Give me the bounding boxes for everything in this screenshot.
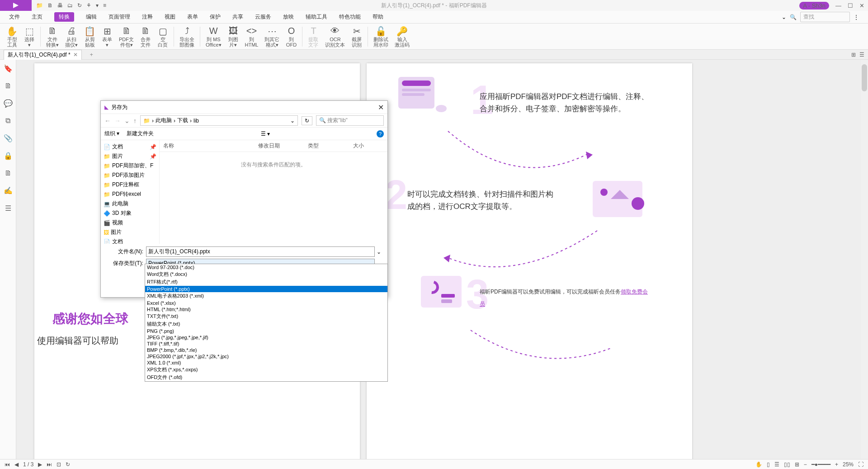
tab-close-icon[interactable]: ✕ [73,52,78,58]
zoom-value[interactable]: 25% [843,461,854,468]
qat-prop-icon[interactable]: 🗂 [67,2,73,9]
scrollbar-thumb[interactable] [862,64,867,91]
dropdown-option[interactable]: Word文档 (*.docx) [145,270,387,278]
dialog-close-icon[interactable]: ✕ [378,103,384,112]
dropdown-option[interactable]: XPS文档 (*.xps,*.oxps) [145,366,387,374]
zoom-in-icon[interactable]: + [835,461,838,468]
tree-item[interactable]: 📄文档📌 [101,142,159,152]
ribbon-button[interactable]: 🗎PDF文 件包▾ [116,25,137,48]
ribbon-button[interactable]: ⬚选择 ▾ [21,25,38,48]
ribbon-button[interactable]: 🗎文件 转换▾ [43,25,61,48]
menu-collapse-icon[interactable]: ⌄ [782,14,786,20]
crumb-lib[interactable]: lib [193,118,199,124]
file-list[interactable]: 名称 修改日期 类型 大小 没有与搜索条件匹配的项。 [160,140,387,244]
new-tab-icon[interactable]: + [90,52,93,58]
nav-back-icon[interactable]: ← [104,117,111,124]
user-badge[interactable]: A - Sh3n [799,2,829,9]
dropdown-option[interactable]: Excel (*.xlsx) [145,300,387,306]
maximize-icon[interactable]: ☐ [848,2,853,9]
qat-more-icon[interactable]: ▾ [96,2,99,9]
view-mode-button[interactable]: ☰ ▾ [261,131,270,137]
ribbon-button[interactable]: ⤴导出全 部图像 [177,25,197,48]
view-cont-icon[interactable]: ☰ [774,461,779,468]
dropdown-option[interactable]: BMP (*.bmp,*.dib,*.rle) [145,347,387,353]
qat-save-icon[interactable]: 🗎 [47,2,53,9]
sidebar-icon[interactable]: 💬 [4,99,13,108]
zoom-slider[interactable]: ━●━━━━ [811,461,830,468]
tree-item[interactable]: 📄文档 [101,237,159,244]
ribbon-button[interactable]: 🖨从扫 描仪▾ [62,25,80,48]
sidebar-icon[interactable]: ☰ [5,204,11,213]
menu-pages[interactable]: 页面管理 [108,13,130,21]
ribbon-button[interactable]: ▢空 白页 [155,25,171,48]
folder-search-input[interactable]: 🔍 搜索"lib" [316,115,384,126]
rotate-icon[interactable]: ↻ [66,461,70,468]
tree-item[interactable]: 📁PDF添加图片 [101,171,159,180]
help-icon[interactable]: ? [377,130,384,137]
menu-comment[interactable]: 注释 [142,13,153,21]
dropdown-option[interactable]: XML 1.0 (*.xml) [145,360,387,366]
dropdown-option[interactable]: JPEG2000 (*.jpf,*.jpx,*.jp2,*.j2k,*.jpc) [145,353,387,360]
ribbon-button[interactable]: 🖼到图 片▾ [225,25,241,48]
nav-up-icon[interactable]: ↑ [133,117,137,124]
sidebar-icon[interactable]: ⧉ [5,117,10,125]
nav-fwd-icon[interactable]: → [114,117,121,124]
organize-button[interactable]: 组织 ▾ [104,130,119,137]
tree-item[interactable]: 📁PDF转excel [101,189,159,199]
dropdown-option[interactable]: 辅助文本 (*.txt) [145,320,387,328]
ribbon-button[interactable]: ✋手型 工具 [4,25,20,48]
crumb-pc[interactable]: 此电脑 [156,117,172,124]
dropdown-option[interactable]: XML电子表格2003 (*.xml) [145,292,387,300]
refresh-button[interactable]: ↻ [302,116,312,125]
vertical-scrollbar[interactable] [861,60,868,459]
ribbon-button[interactable]: 🗎合并 文件 [137,25,154,48]
ribbon-button[interactable]: ✂截屏 识别 [349,25,365,48]
dropdown-option[interactable]: OFD文件 (*.ofd) [145,374,387,381]
col-name[interactable]: 名称 [163,142,258,150]
col-type[interactable]: 类型 [308,142,353,150]
ribbon-button[interactable]: ⋯到其它 格式▾ [262,25,282,48]
sidebar-icon[interactable]: 🗎 [5,169,12,177]
tree-item[interactable]: 📁PDF局部加密、F [101,161,159,171]
menu-help[interactable]: 帮助 [373,13,383,21]
dropdown-option[interactable]: PNG (*.png) [145,328,387,334]
page-indicator[interactable]: 1 / 3 [23,461,33,468]
qat-undo-icon[interactable]: ↻ [77,2,82,9]
first-page-icon[interactable]: ⏮ [5,461,10,468]
close-icon[interactable]: ✕ [859,2,864,9]
tree-item[interactable]: 📁PDF注释框 [101,180,159,189]
sidebar-icon[interactable]: 📎 [4,134,13,142]
dropdown-option[interactable]: HTML (*.htm;*.html) [145,306,387,313]
next-page-icon[interactable]: ▶ [38,461,42,468]
tree-item[interactable]: 💻此电脑 [101,199,159,208]
tree-item[interactable]: 📁图片📌 [101,152,159,161]
dropdown-option[interactable]: TIFF (*.tiff,*.tif) [145,341,387,347]
menu-access[interactable]: 辅助工具 [306,13,327,21]
menu-feature[interactable]: 特色功能 [339,13,361,21]
sidebar-icon[interactable]: ✍ [4,186,13,195]
dropdown-option[interactable]: JPEG (*.jpg,*.jpeg,*.jpe,*.jif) [145,334,387,341]
view-contfacing-icon[interactable]: ⊞ [795,461,799,468]
ribbon-button[interactable]: W到 MS Office▾ [203,25,224,48]
view-facing-icon[interactable]: ▯▯ [784,461,790,468]
minimize-icon[interactable]: — [835,2,841,9]
hand-icon[interactable]: ✋ [755,461,762,468]
dropdown-option[interactable]: TXT文件(*.txt) [145,313,387,320]
ribbon-button[interactable]: 📋从剪 贴板 [81,25,98,48]
filename-input[interactable]: 新人引导(1)_OCR(4).pptx [146,246,375,257]
menu-overflow-icon[interactable]: ⋮ [854,14,859,20]
ribbon-button[interactable]: 👁OCR 识别文本 [322,25,348,48]
ribbon-button[interactable]: O到 OFD [283,25,299,48]
sidebar-icon[interactable]: 🗎 [5,82,12,90]
ribbon-button[interactable]: 🔓删除试 用水印 [371,25,391,48]
menu-view[interactable]: 视图 [165,13,175,21]
zoom-out-icon[interactable]: − [804,461,807,468]
tree-item[interactable]: 🔷3D 对象 [101,208,159,218]
menu-protect[interactable]: 保护 [210,13,221,21]
col-date[interactable]: 修改日期 [258,142,308,150]
col-size[interactable]: 大小 [353,142,364,150]
menu-present[interactable]: 放映 [283,13,294,21]
fit-icon[interactable]: ⊡ [57,461,61,468]
ribbon-button[interactable]: ⊞表单 ▾ [99,25,115,48]
menu-form[interactable]: 表单 [187,13,198,21]
